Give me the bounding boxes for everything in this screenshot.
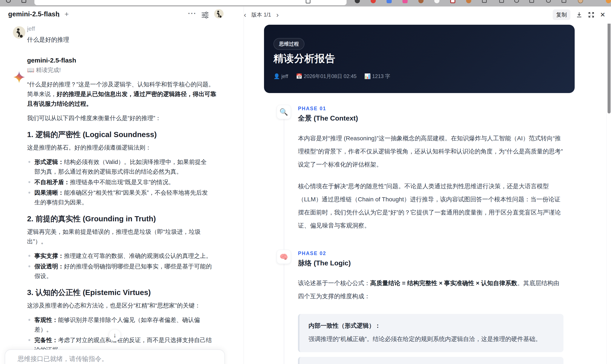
history-icon[interactable] <box>6 0 11 3</box>
brown-extension-icon[interactable] <box>418 0 424 3</box>
browser-chrome <box>0 0 611 6</box>
phase-title: 脉络 (The Logic) <box>298 259 563 268</box>
phase-label: PHASE 02 <box>298 250 563 256</box>
download-icon[interactable] <box>576 12 582 18</box>
refresh-icon[interactable] <box>546 0 551 3</box>
message-input[interactable] <box>17 355 211 363</box>
section-heading-2: 2. 前提的真实性 (Grounding in Truth) <box>27 214 219 224</box>
user-message: jeff 什么是好的推理 <box>13 25 219 44</box>
puzzle-icon[interactable] <box>482 0 487 3</box>
assistant-message: gemini-2.5-flash 📖 精读完成! “什么是好的推理？”这是一个涉… <box>13 57 219 364</box>
artifact-toolbar: ‹ 版本 1/1 › 复制 ✕ <box>244 6 611 24</box>
dark-circle-extension-icon[interactable] <box>355 0 360 3</box>
assistant-paragraph: 我们可以从以下四个维度来衡量什么是“好的推理”： <box>27 113 219 123</box>
blue-extension-icon[interactable] <box>386 0 392 3</box>
list-item: 因果清晰：能准确区分“相关性”和“因果关系”，不会轻率地将先后发生的事情归为因果… <box>27 188 212 207</box>
assistant-paragraph: “什么是好的推理？”这是一个涉及逻辑学、认知科学和哲学核心的问题。简单来说，好的… <box>27 79 219 108</box>
magnifier-icon: 🔍 <box>277 105 291 119</box>
phase-paragraph: 核心情境在于解决“思考的随意性”问题。不论是人类通过批判性思维进行决策，还是大语… <box>298 180 563 232</box>
phase-title: 全景 (The Context) <box>298 114 563 123</box>
assistant-name: gemini-2.5-flash <box>27 57 219 64</box>
white-extension-icon[interactable] <box>434 0 439 3</box>
phase-01: 🔍 PHASE 01 全景 (The Context) 本内容是对“推理 (Re… <box>298 106 563 232</box>
chat-panel: gemini-2.5-flash ⌄ + ⋯ <box>0 6 244 364</box>
bullet-list: 形式逻辑：结构必须有效（Valid）。比如演绎推理中，如果前提全部为真，那么通过… <box>27 157 219 207</box>
dimension-card-1: 内部一致性（形式逻辑）： 强调推理的“机械正确”。结论必须在给定的规则系统内逻辑… <box>298 314 563 352</box>
report-meta: 👤 jeff 📅 2026年01月08日 02:45 📊 1213 字 <box>273 73 390 80</box>
phase-paragraph: 该论述基于一个核心公式：高质量结论 = 结构完整性 × 事实准确性 × 认知自律… <box>298 276 563 303</box>
section-intro: 这是推理的基石。好的推理必须遵循逻辑法则： <box>27 143 219 152</box>
author-icon: 👤 <box>273 73 280 79</box>
list-item: 事实支撑：推理建立在可靠的数据、准确的观测或公认的真理之上。 <box>27 251 212 261</box>
phase-paragraph: 本内容是对“推理 (Reasoning)”这一抽象概念的高层建模。在知识爆炸与人… <box>298 132 563 171</box>
close-icon[interactable]: ✕ <box>600 11 605 18</box>
report-date: 2026年01月08日 02:45 <box>304 73 357 79</box>
list-item: 假设透明：好的推理会明确指明哪些是已知事实，哪些是基于可能的假设。 <box>27 261 212 281</box>
card-title: 内部一致性（形式逻辑）： <box>308 322 555 330</box>
list-item: 不自相矛盾：推理链条中不能出现“既是又非”的情况。 <box>27 177 212 187</box>
section-heading-1: 1. 逻辑的严密性 (Logical Soundness) <box>27 129 219 140</box>
model-selector[interactable]: gemini-2.5-flash <box>8 10 60 18</box>
chat-header: gemini-2.5-flash ⌄ + ⋯ <box>0 6 244 23</box>
calendar-icon: 📅 <box>296 73 302 79</box>
pink-extension-icon[interactable] <box>402 0 408 3</box>
section-intro: 逻辑再完美，如果前提是错误的，推理也是垃圾（即“垃圾进，垃圾出”）。 <box>27 227 219 246</box>
wordcount-icon: 📊 <box>364 73 371 79</box>
scroll-to-bottom-button[interactable]: ↓ <box>109 329 121 341</box>
phase-timeline <box>284 108 284 364</box>
section-intro: 这涉及推理者的心态和方法论，也是区分“杠精”和“思想家”的关键： <box>27 301 219 310</box>
message-composer[interactable]: + <box>5 349 225 364</box>
reader-icon[interactable] <box>306 0 310 3</box>
chevron-down-icon[interactable]: ⌄ <box>56 13 61 18</box>
report-badge: 思维过程 <box>273 38 305 50</box>
list-item: 形式逻辑：结构必须有效（Valid）。比如演绎推理中，如果前提全部为真，那么通过… <box>27 157 212 176</box>
red-border-extension-icon[interactable] <box>450 0 455 3</box>
chat-thread: jeff 什么是好的推理 <box>13 25 219 364</box>
assistant-status: 📖 精读完成! <box>27 66 219 74</box>
phase-label: PHASE 01 <box>298 106 563 112</box>
profile-avatar[interactable] <box>578 0 583 3</box>
user-message-text: 什么是好的推理 <box>27 36 219 44</box>
url-bar[interactable] <box>34 0 346 5</box>
user-name: jeff <box>27 25 219 32</box>
grid-icon[interactable] <box>22 0 26 3</box>
pen-icon[interactable] <box>514 0 519 3</box>
brain-icon: 🧠 <box>277 250 291 264</box>
dimension-card-2: 外部真实性（前提基础）： 强调推理的“经验校准”。解决“GIGO（垃圾进，垃圾出… <box>298 357 563 364</box>
section-heading-3: 3. 认知的公正性 (Epistemic Virtues) <box>27 287 219 298</box>
arrow-down-icon: ↓ <box>113 332 117 339</box>
scrollbar-thumb[interactable] <box>608 20 611 114</box>
card-body: 强调推理的“机械正确”。结论必须在给定的规则系统内逻辑自洽，这是推理的硬件基础。 <box>308 334 555 344</box>
new-chat-button[interactable]: + <box>65 10 69 18</box>
version-next-button[interactable]: › <box>276 12 279 17</box>
bullet-list: 事实支撑：推理建立在可靠的数据、准确的观测或公认的真理之上。 假设透明：好的推理… <box>27 251 219 281</box>
expand-icon[interactable] <box>588 12 595 18</box>
copy-button[interactable]: 复制 <box>553 10 570 20</box>
version-label: 版本 1/1 <box>251 11 271 18</box>
split-view-icon[interactable] <box>499 0 504 3</box>
report-author: jeff <box>281 73 288 79</box>
gemini-logo-icon <box>13 71 25 83</box>
report-header-card: 思维过程 精读分析报告 👤 jeff 📅 2026年01月08日 02:45 📊… <box>264 25 575 93</box>
version-prev-button[interactable]: ‹ <box>244 12 246 17</box>
report-body: 🔍 PHASE 01 全景 (The Context) 本内容是对“推理 (Re… <box>298 106 563 364</box>
report-title: 精读分析报告 <box>273 52 335 65</box>
orange-extension-icon[interactable] <box>466 0 471 3</box>
report-wordcount: 1213 字 <box>372 73 390 79</box>
more-options-button[interactable]: ⋯ <box>187 8 197 18</box>
phase-02: 🧠 PHASE 02 脉络 (The Logic) 该论述基于一个核心公式：高质… <box>298 250 563 364</box>
clip-icon[interactable] <box>561 0 566 3</box>
red-extension-icon[interactable] <box>371 0 376 3</box>
settings-sliders-icon[interactable] <box>201 12 209 18</box>
user-avatar[interactable] <box>214 9 224 18</box>
download-tray-icon[interactable] <box>529 0 534 3</box>
user-message-avatar <box>13 26 25 39</box>
orange-edge-icon[interactable] <box>606 0 611 3</box>
artifact-panel: ‹ 版本 1/1 › 复制 ✕ 思维过程 精读分析报告 👤 <box>244 6 611 364</box>
dimension-cards: 内部一致性（形式逻辑）： 强调推理的“机械正确”。结论必须在给定的规则系统内逻辑… <box>298 314 563 364</box>
